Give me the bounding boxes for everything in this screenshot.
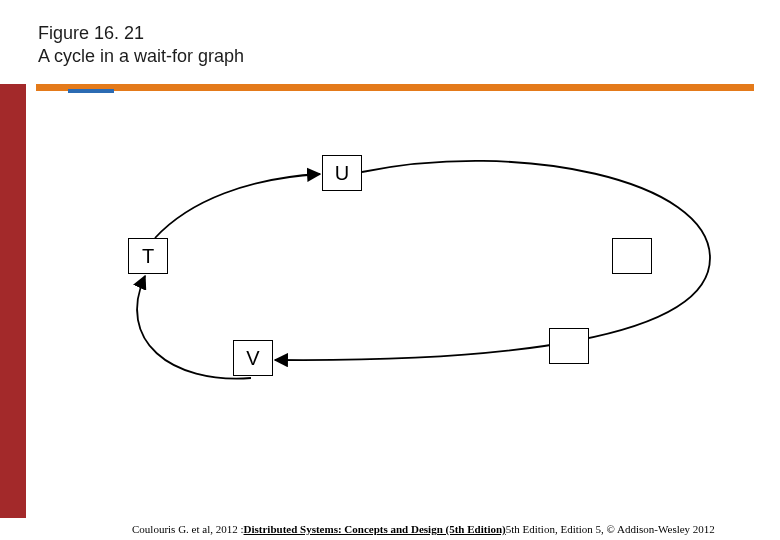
left-accent-bar xyxy=(0,84,26,518)
citation-title: Distributed Systems: Concepts and Design… xyxy=(244,523,506,535)
node-t: T xyxy=(128,238,168,274)
rule-orange xyxy=(36,84,754,91)
node-v-label: V xyxy=(246,347,259,370)
citation-prefix: Coulouris G. et al, 2012 : xyxy=(132,523,244,535)
figure-header: Figure 16. 21 A cycle in a wait-for grap… xyxy=(38,22,244,69)
wait-for-graph-edges xyxy=(0,0,780,540)
node-r2 xyxy=(549,328,589,364)
citation-footer: Coulouris G. et al, 2012 : Distributed S… xyxy=(0,518,780,540)
node-r1 xyxy=(612,238,652,274)
figure-title: A cycle in a wait-for graph xyxy=(38,45,244,68)
header-rule xyxy=(36,84,754,94)
edge-t-to-u xyxy=(155,174,320,238)
node-u-label: U xyxy=(335,162,349,185)
citation-suffix: 5th Edition, Edition 5, © Addison-Wesley… xyxy=(506,523,715,535)
figure-number: Figure 16. 21 xyxy=(38,22,244,45)
node-u: U xyxy=(322,155,362,191)
rule-blue xyxy=(68,89,114,93)
node-t-label: T xyxy=(142,245,154,268)
node-v: V xyxy=(233,340,273,376)
